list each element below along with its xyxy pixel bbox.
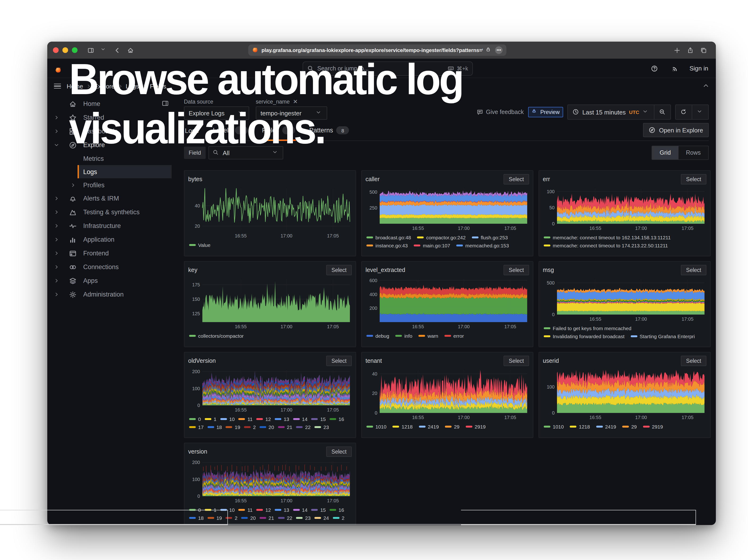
legend-item[interactable]: 11 (238, 507, 253, 512)
legend-item[interactable]: 29 (445, 423, 459, 429)
panel-select-button[interactable]: Select (326, 356, 352, 366)
chevron-down-icon[interactable] (99, 45, 109, 55)
legend-item[interactable]: 11 (238, 416, 253, 422)
panel-chart[interactable]: 010020016:5517:0017:05 (188, 367, 353, 414)
panel-select-button[interactable]: Select (504, 356, 529, 366)
close-window-button[interactable] (53, 47, 59, 53)
legend-item[interactable]: 2919 (466, 423, 486, 429)
legend-item[interactable]: 1 (205, 507, 216, 512)
panel-select-button[interactable]: Select (326, 265, 352, 275)
panel-select-button[interactable]: Select (681, 265, 706, 275)
zoom-out-button[interactable] (654, 105, 671, 119)
sidebar-item-apps[interactable]: Apps (49, 274, 176, 287)
legend-item[interactable]: 1010 (544, 423, 564, 429)
sidebar-item-testing-synthetics[interactable]: Testing & synthetics (49, 205, 176, 219)
legend-item[interactable]: warn (418, 333, 438, 339)
legend-item[interactable]: 10 (220, 507, 235, 512)
legend-item[interactable]: main.go:107 (414, 242, 450, 248)
legend-item[interactable]: 2919 (643, 423, 663, 429)
legend-item[interactable]: 22 (278, 515, 292, 520)
legend-item[interactable]: flush.go:253 (472, 234, 508, 240)
legend-item[interactable]: Invalidating forwarded broadcast (544, 333, 625, 339)
view-toggle-rows[interactable]: Rows (678, 146, 708, 159)
legend-item[interactable]: memcached.go:153 (456, 242, 509, 248)
legend-item[interactable]: 16 (330, 507, 344, 512)
legend-item[interactable]: debug (367, 333, 389, 339)
sidebar-item-application[interactable]: Application (49, 233, 176, 247)
legend-item[interactable]: compactor.go:242 (417, 234, 466, 240)
legend-item[interactable]: 2 (333, 515, 345, 520)
panel-chart[interactable]: 0204016:5517:0017:05 (366, 367, 530, 421)
tabs-overview-icon[interactable] (698, 45, 709, 55)
address-bar[interactable]: play.grafana.org/a/grafana-lokiexplore-a… (248, 44, 507, 56)
time-range-button[interactable]: Last 15 minutes UTC (568, 105, 654, 119)
panel-chart[interactable]: 204016:5517:0017:05 (188, 185, 353, 240)
legend-item[interactable]: instance.go:43 (367, 242, 408, 248)
legend-item[interactable]: 21 (278, 424, 292, 430)
legend-item[interactable]: 1218 (393, 423, 413, 429)
legend-item[interactable]: 19 (226, 424, 240, 430)
legend-item[interactable]: collectors/compactor (189, 333, 244, 339)
legend-item[interactable]: 2419 (419, 423, 439, 429)
panel-chart[interactable]: 010020016:5517:0017:05 (188, 457, 353, 505)
legend-item[interactable]: 19 (207, 515, 222, 520)
panel-chart[interactable]: 010016:5517:0017:05 (543, 367, 707, 421)
legend-item[interactable]: 1218 (570, 423, 590, 429)
menu-icon[interactable] (54, 84, 61, 89)
sidebar-item-alerts-irm[interactable]: Alerts & IRM (49, 191, 176, 205)
legend-item[interactable]: memcache: connect timeout to 162.134.158… (544, 234, 671, 240)
legend-item[interactable]: 13 (275, 507, 289, 512)
news-rss-icon[interactable] (670, 63, 681, 73)
legend-item[interactable]: 18 (189, 515, 204, 520)
panel-chart[interactable]: 20040060016:5517:0017:05 (366, 276, 530, 331)
sidebar-item-profiles[interactable]: Profiles (49, 178, 176, 191)
legend-item[interactable]: 13 (275, 416, 289, 422)
panel-chart[interactable]: 25050016:5517:0017:05 (366, 185, 530, 232)
home-icon[interactable] (125, 45, 136, 55)
grafana-logo[interactable] (55, 65, 62, 71)
legend-item[interactable]: 23 (314, 424, 329, 430)
new-tab-icon[interactable] (672, 45, 682, 55)
maximize-window-button[interactable] (72, 47, 77, 53)
legend-item[interactable]: 15 (311, 416, 326, 422)
give-feedback-button[interactable]: Give feedback (476, 109, 524, 115)
legend-item[interactable]: 24 (314, 515, 329, 520)
legend-item[interactable]: 2 (226, 515, 238, 520)
sidebar-item-frontend[interactable]: Frontend (49, 247, 176, 260)
sidebar-item-administration[interactable]: Administration (49, 287, 176, 301)
panel-chart[interactable]: 050016:5517:0017:05 (543, 276, 707, 323)
legend-item[interactable]: Value (189, 242, 210, 248)
legend-item[interactable]: 0 (189, 416, 201, 422)
legend-item[interactable]: info (395, 333, 412, 339)
panel-chart[interactable]: 05010016:5517:0017:05 (543, 185, 707, 232)
legend-item[interactable]: 0 (189, 507, 201, 512)
sidebar-item-connections[interactable]: Connections (49, 260, 176, 274)
legend-item[interactable]: 2 (244, 424, 256, 430)
panel-select-button[interactable]: Select (681, 174, 706, 184)
collapse-chevron-up-icon[interactable] (703, 82, 709, 90)
legend-item[interactable]: memcache: connect timeout to 174.213.22.… (544, 242, 668, 248)
legend-item[interactable]: 18 (207, 424, 222, 430)
view-toggle-grid[interactable]: Grid (652, 146, 678, 159)
legend-item[interactable]: broadcast.go:48 (367, 234, 411, 240)
sidebar-item-infrastructure[interactable]: Infrastructure (49, 219, 176, 233)
share-icon[interactable] (685, 45, 696, 55)
panel-chart[interactable]: 12515017516:5517:0017:05 (188, 276, 353, 331)
legend-item[interactable]: Failed to get keys from memcached (544, 325, 631, 331)
sidebar-item-logs[interactable]: Logs (49, 165, 176, 178)
legend-item[interactable]: 10 (220, 416, 235, 422)
legend-item[interactable]: 12 (257, 416, 271, 422)
legend-item[interactable]: 15 (311, 507, 326, 512)
legend-item[interactable]: 1 (205, 416, 216, 422)
url-more-icon[interactable]: ••• (495, 46, 502, 54)
legend-item[interactable]: 20 (241, 515, 256, 520)
back-icon[interactable] (112, 45, 122, 55)
legend-item[interactable]: 14 (293, 416, 307, 422)
legend-item[interactable]: 22 (296, 424, 311, 430)
panel-select-button[interactable]: Select (681, 356, 706, 366)
legend-item[interactable]: 12 (257, 507, 271, 512)
legend-item[interactable]: 21 (260, 515, 274, 520)
panel-select-button[interactable]: Select (504, 174, 529, 184)
legend-item[interactable]: 14 (293, 507, 307, 512)
refresh-interval-dropdown[interactable] (692, 105, 708, 119)
